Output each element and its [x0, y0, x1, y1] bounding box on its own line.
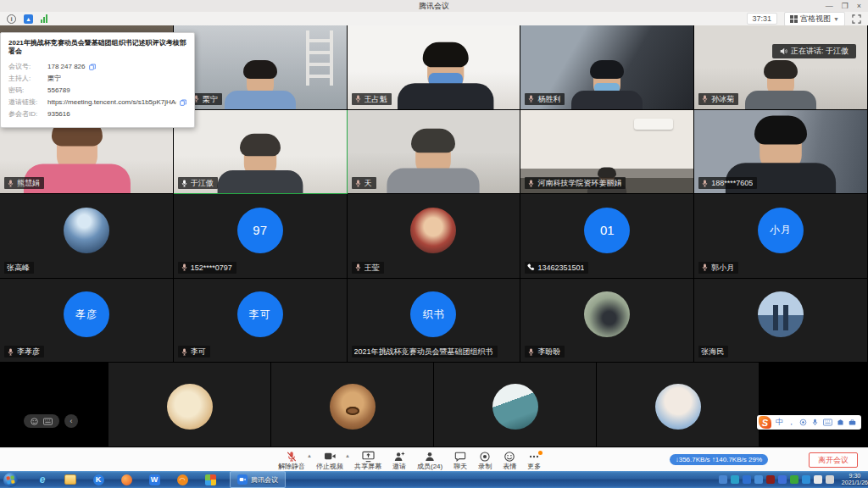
taskbar-app-sogou-browser[interactable] [120, 474, 132, 485]
chevron-up-icon[interactable]: ▲ [307, 453, 312, 458]
sogou-logo-icon[interactable]: S [759, 416, 771, 429]
tray-cloud-icon[interactable] [731, 475, 739, 484]
toolbar-label: 解除静音 [278, 463, 305, 470]
taskbar-app-wifi-tool[interactable]: ◠ [176, 474, 188, 485]
minimize-button[interactable]: — [826, 2, 833, 10]
chevron-up-icon[interactable]: ▲ [345, 453, 350, 458]
participant-tile[interactable] [597, 363, 760, 447]
tray-shield-icon[interactable] [778, 475, 787, 484]
voice-input-icon[interactable] [811, 419, 819, 426]
camera-icon [324, 451, 337, 463]
maximize-button[interactable]: ❐ [842, 2, 849, 10]
participant-tile[interactable]: 188****7605 [694, 110, 868, 195]
participant-tile[interactable]: 97152****0797 [174, 194, 348, 279]
fullscreen-icon[interactable] [852, 14, 861, 24]
skin-icon[interactable] [837, 419, 844, 426]
participant-tile[interactable]: 张海民 [694, 279, 868, 363]
tray-qq-icon[interactable] [766, 475, 775, 484]
reaction-quickbar[interactable] [24, 414, 59, 428]
window-titlebar: 腾讯会议 — ❐ × [0, 0, 868, 12]
person-silhouette [221, 64, 299, 109]
participant-tile[interactable]: 王莹 [348, 194, 521, 279]
chevron-down-icon: ▼ [833, 16, 839, 22]
taskbar-app-ie-browser[interactable]: e [36, 474, 48, 485]
participant-tile[interactable]: 王占魁 [348, 25, 521, 110]
meeting-info-row: 主持人:栗宁 [8, 73, 186, 85]
start-button[interactable] [3, 473, 18, 487]
participant-namebar: 于江傲 [178, 177, 218, 189]
grid-row [0, 363, 868, 447]
toolbar-members[interactable]: 成员(24) [417, 451, 442, 470]
tray-green-icon[interactable] [790, 475, 798, 484]
participant-tile[interactable] [271, 363, 434, 447]
participant-tile[interactable]: 孝彦李孝彦 [0, 279, 174, 363]
copy-icon[interactable] [180, 99, 186, 106]
target-icon[interactable] [799, 419, 807, 426]
person-silhouette [742, 64, 820, 109]
taskbar-app-photos-app[interactable] [204, 474, 216, 485]
toolbar-chat[interactable]: 聊天 [453, 451, 467, 470]
toolbar-mic-muted[interactable]: ▲解除静音 [278, 451, 305, 470]
taskbar-active-app[interactable]: 腾讯会议 [230, 471, 286, 488]
taskbar-clock[interactable]: 9:30 2021/1/26 [842, 473, 868, 486]
toolbar-label: 更多 [527, 463, 541, 470]
taskbar-app-file-explorer[interactable] [64, 474, 76, 485]
tray-globe-icon[interactable] [743, 475, 751, 484]
participant-name: 郭小月 [711, 263, 734, 273]
participant-tile[interactable]: 栗宁 [174, 25, 348, 110]
meeting-info-icon[interactable]: i [7, 14, 16, 24]
copy-icon[interactable] [89, 64, 96, 70]
participant-tile[interactable]: 天 [348, 110, 521, 195]
record-icon [479, 451, 491, 463]
participant-namebar: 李孝彦 [4, 346, 44, 358]
mic-icon [181, 263, 188, 271]
toolbar-record[interactable]: 录制 [478, 451, 492, 470]
participant-tile[interactable]: 小月郭小月 [694, 194, 868, 279]
chat-icon [454, 451, 466, 463]
participant-namebar: 王莹 [352, 262, 384, 274]
participant-tile[interactable]: 张高峰 [0, 194, 174, 279]
tray-volume-icon[interactable] [814, 475, 822, 484]
security-icon[interactable]: ▲ [24, 14, 33, 24]
person-silhouette [213, 139, 306, 193]
previous-page-button[interactable]: ‹ [64, 414, 78, 428]
participant-tile[interactable]: 织书2021年挑战杯竞赛动员会暨基础团组织书 [348, 279, 521, 363]
participant-tile[interactable]: 孙冰菊 [694, 25, 868, 110]
meeting-timer: 37:31 [747, 13, 778, 25]
toolbar-emoji[interactable]: 表情 [503, 451, 516, 470]
participant-tile[interactable]: 杨胜利 [520, 25, 694, 110]
participant-tile[interactable] [434, 363, 597, 447]
participant-tile[interactable]: 李可李可 [174, 279, 348, 363]
participant-tile[interactable]: 李盼盼 [520, 279, 694, 363]
participant-tile[interactable]: 河南科技学院资环姜丽娟 [520, 110, 694, 195]
toolbar-camera[interactable]: ▲停止视频 [316, 451, 343, 470]
tray-wps-icon[interactable] [754, 475, 763, 484]
taskbar-app-wps[interactable]: W [148, 474, 160, 485]
toolbar-share-screen[interactable]: 共享屏幕 [354, 451, 381, 470]
taskbar-app-k-app[interactable]: K [92, 474, 104, 485]
tray-bird-icon[interactable] [802, 475, 810, 484]
soft-keyboard-icon[interactable] [823, 419, 832, 426]
view-mode-switch[interactable]: 宫格视图 ▼ [784, 12, 845, 26]
info-value: 935616 [47, 108, 70, 120]
toolbar-label: 录制 [478, 463, 492, 470]
toolbar-invite[interactable]: 邀请 [392, 451, 406, 470]
mic-icon [7, 348, 14, 356]
tray-doc-icon[interactable] [719, 475, 727, 484]
participant-tile[interactable]: 于江傲 [174, 110, 348, 195]
participant-namebar: 郭小月 [698, 262, 738, 274]
toolbar-more[interactable]: 更多 [527, 451, 541, 470]
close-button[interactable]: × [857, 2, 861, 10]
toolbox-icon[interactable] [849, 419, 856, 426]
input-mode-chinese[interactable]: 中 [776, 417, 783, 428]
punctuation-icon[interactable]: ， [787, 417, 795, 428]
leave-meeting-button[interactable]: 离开会议 [809, 452, 858, 468]
clock-date: 2021/1/26 [842, 480, 868, 486]
tray-display-icon[interactable] [826, 475, 834, 484]
participant-name: 152****0797 [191, 263, 232, 273]
participant-tile[interactable]: 0113462351501 [520, 194, 694, 279]
avatar [655, 384, 701, 430]
network-quality-icon[interactable] [41, 14, 47, 23]
participant-tile[interactable] [108, 363, 271, 447]
avatar [492, 384, 538, 430]
